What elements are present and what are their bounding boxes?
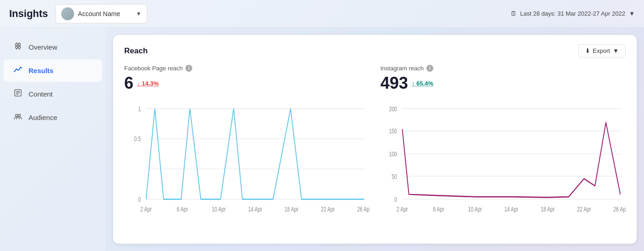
svg-text:14 Apr: 14 Apr <box>248 205 262 213</box>
header: Insights Account Name ▼ 🗓 Last 28 days: … <box>0 0 644 28</box>
account-name: Account Name <box>78 10 132 17</box>
card-title: Reach <box>124 46 148 56</box>
sidebar-item-audience[interactable]: Audience <box>4 106 102 129</box>
instagram-metric-row: 493 ↑ 65.4% <box>380 74 626 93</box>
instagram-chart-label: Instagram reach i <box>380 65 626 72</box>
svg-text:18 Apr: 18 Apr <box>284 205 298 213</box>
svg-text:100: 100 <box>389 150 397 158</box>
facebook-change-percent: 14.3% <box>142 80 159 87</box>
charts-row: Facebook Page reach i 6 ↓ 14.3% <box>124 65 626 229</box>
instagram-info-icon[interactable]: i <box>426 65 433 72</box>
date-range-label: Last 28 days: 31 Mar 2022-27 Apr 2022 <box>520 10 625 17</box>
sidebar-results-label: Results <box>29 67 53 74</box>
svg-text:2 Apr: 2 Apr <box>397 205 408 213</box>
calendar-icon: 🗓 <box>511 10 517 17</box>
audience-icon <box>13 112 23 123</box>
sidebar-content-label: Content <box>29 90 53 98</box>
reach-card: Reach ⬇ Export ▼ Facebook Page reach i 6 <box>113 35 637 244</box>
facebook-label-text: Facebook Page reach <box>124 65 183 72</box>
date-range-selector[interactable]: 🗓 Last 28 days: 31 Mar 2022-27 Apr 2022 … <box>511 10 635 17</box>
instagram-label-text: Instagram reach <box>380 65 424 72</box>
svg-text:10 Apr: 10 Apr <box>468 205 482 213</box>
overview-icon <box>13 41 23 53</box>
facebook-metric-change: ↓ 14.3% <box>137 80 159 87</box>
svg-point-3 <box>18 46 21 49</box>
card-header: Reach ⬇ Export ▼ <box>124 44 626 57</box>
sidebar-item-overview[interactable]: Overview <box>4 36 102 58</box>
svg-text:150: 150 <box>389 128 397 135</box>
sidebar-item-content[interactable]: Content <box>4 83 102 105</box>
svg-point-2 <box>16 46 18 49</box>
facebook-chart-section: Facebook Page reach i 6 ↓ 14.3% <box>124 65 369 229</box>
svg-text:0.5: 0.5 <box>134 136 141 143</box>
facebook-info-icon[interactable]: i <box>185 65 192 72</box>
export-label: Export <box>593 47 610 54</box>
svg-text:26 Apr: 26 Apr <box>613 205 626 213</box>
svg-text:2 Apr: 2 Apr <box>140 205 151 213</box>
svg-text:0: 0 <box>138 196 141 203</box>
svg-text:200: 200 <box>389 105 397 113</box>
account-selector[interactable]: Account Name ▼ <box>55 4 147 23</box>
svg-text:50: 50 <box>392 173 397 180</box>
svg-text:22 Apr: 22 Apr <box>577 205 591 213</box>
svg-text:10 Apr: 10 Apr <box>212 205 225 213</box>
sidebar-overview-label: Overview <box>29 43 58 51</box>
instagram-chart-section: Instagram reach i 493 ↑ 65.4% <box>380 65 626 229</box>
results-icon <box>13 65 23 76</box>
svg-text:1: 1 <box>138 105 141 113</box>
svg-point-13 <box>18 114 21 117</box>
svg-text:22 Apr: 22 Apr <box>321 205 334 213</box>
main-layout: Overview Results Content <box>0 28 644 251</box>
sidebar-audience-label: Audience <box>29 114 58 121</box>
date-range-arrow-icon: ▼ <box>629 10 635 17</box>
instagram-chart-container: 200 150 100 50 0 2 Apr 6 Apr 10 Apr 14 A… <box>380 97 626 229</box>
svg-text:6 Apr: 6 Apr <box>433 205 444 213</box>
svg-text:14 Apr: 14 Apr <box>504 205 518 213</box>
export-arrow-icon: ▼ <box>613 47 619 54</box>
facebook-chart-container: 1 0.5 0 2 Apr 6 Apr <box>124 97 369 229</box>
svg-text:18 Apr: 18 Apr <box>540 205 554 213</box>
instagram-up-arrow-icon: ↑ <box>412 80 415 87</box>
instagram-chart-svg: 200 150 100 50 0 2 Apr 6 Apr 10 Apr 14 A… <box>380 97 626 229</box>
content-area: Reach ⬇ Export ▼ Facebook Page reach i 6 <box>106 28 644 251</box>
svg-point-1 <box>18 44 21 46</box>
facebook-down-arrow-icon: ↓ <box>137 80 140 87</box>
facebook-chart-svg: 1 0.5 0 2 Apr 6 Apr <box>124 97 369 229</box>
export-button[interactable]: ⬇ Export ▼ <box>578 44 626 57</box>
chevron-down-icon: ▼ <box>136 11 141 17</box>
page-title: Insights <box>9 8 48 20</box>
svg-text:6 Apr: 6 Apr <box>177 205 188 213</box>
account-avatar <box>61 7 74 20</box>
instagram-change-percent: 65.4% <box>416 80 433 87</box>
facebook-metric-value: 6 <box>124 74 133 93</box>
svg-text:26 Apr: 26 Apr <box>357 205 369 213</box>
instagram-metric-change: ↑ 65.4% <box>412 80 433 87</box>
svg-text:0: 0 <box>394 196 397 203</box>
instagram-metric-value: 493 <box>380 74 408 93</box>
download-icon: ⬇ <box>585 47 590 54</box>
header-left: Insights Account Name ▼ <box>9 4 147 23</box>
facebook-metric-row: 6 ↓ 14.3% <box>124 74 369 93</box>
svg-point-0 <box>16 44 18 46</box>
sidebar: Overview Results Content <box>0 28 106 251</box>
sidebar-item-results[interactable]: Results <box>4 59 102 82</box>
content-icon <box>13 88 23 100</box>
svg-point-12 <box>16 114 18 117</box>
facebook-chart-label: Facebook Page reach i <box>124 65 369 72</box>
